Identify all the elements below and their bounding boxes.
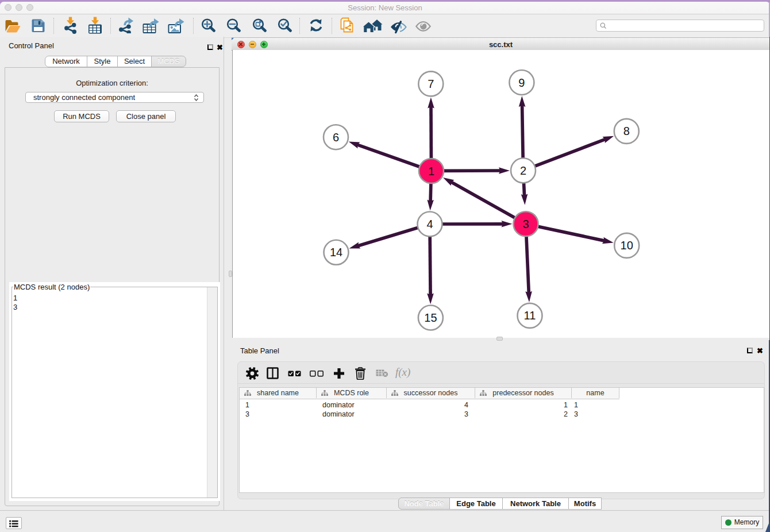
svg-text:11: 11: [524, 309, 536, 322]
svg-text:8: 8: [623, 125, 630, 137]
svg-text:7: 7: [428, 78, 434, 90]
svg-text:3: 3: [522, 218, 529, 230]
svg-text:14: 14: [330, 246, 342, 259]
svg-text:15: 15: [424, 311, 437, 324]
svg-text:10: 10: [621, 239, 633, 252]
svg-text:4: 4: [426, 218, 433, 230]
svg-text:1: 1: [428, 165, 434, 178]
svg-text:6: 6: [333, 131, 339, 144]
svg-text:2: 2: [520, 164, 526, 177]
svg-text:9: 9: [518, 76, 525, 89]
